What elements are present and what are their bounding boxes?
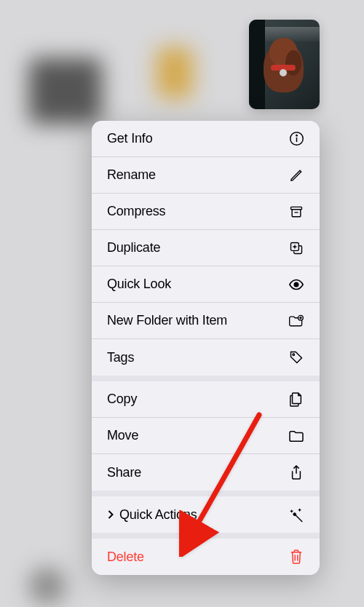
menu-item-label: Compress <box>107 204 165 219</box>
eye-icon <box>288 276 305 293</box>
folder-icon <box>288 427 305 445</box>
menu-item-label: New Folder with Item <box>107 313 227 328</box>
menu-item-duplicate[interactable]: Duplicate <box>92 230 320 266</box>
context-menu: Get Info Rename Compress Duplicate Quick… <box>92 121 320 575</box>
trash-icon <box>288 548 305 566</box>
menu-item-new-folder[interactable]: New Folder with Item <box>92 303 320 339</box>
menu-item-get-info[interactable]: Get Info <box>92 121 320 157</box>
menu-section-file-ops: Copy Move Share <box>92 381 320 496</box>
menu-item-delete[interactable]: Delete <box>92 539 320 575</box>
svg-point-8 <box>294 282 298 287</box>
tag-icon <box>288 349 305 366</box>
menu-item-label: Quick Actions <box>119 507 197 523</box>
info-icon <box>288 130 305 148</box>
svg-point-2 <box>296 135 296 135</box>
svg-point-12 <box>293 354 295 356</box>
menu-section-primary: Get Info Rename Compress Duplicate Quick… <box>92 121 320 381</box>
menu-item-label: Delete <box>107 550 144 565</box>
menu-item-compress[interactable]: Compress <box>92 194 320 230</box>
sparkle-wand-icon <box>288 506 305 523</box>
menu-item-label: Duplicate <box>107 240 160 255</box>
duplicate-icon <box>288 239 305 257</box>
menu-item-move[interactable]: Move <box>92 418 320 454</box>
file-thumbnail[interactable] <box>249 20 320 109</box>
menu-item-quick-look[interactable]: Quick Look <box>92 266 320 303</box>
menu-item-label: Quick Look <box>107 277 171 292</box>
share-icon <box>288 464 305 481</box>
svg-rect-3 <box>291 207 302 209</box>
menu-item-label: Share <box>107 465 141 480</box>
menu-item-label: Rename <box>107 167 156 183</box>
menu-section-quick-actions: Quick Actions <box>92 496 320 539</box>
menu-item-label: Move <box>107 428 138 443</box>
pencil-icon <box>288 167 305 184</box>
copy-doc-icon <box>288 391 305 408</box>
menu-item-label: Copy <box>107 392 137 407</box>
chevron-right-icon <box>107 509 115 520</box>
menu-item-label: Get Info <box>107 131 152 146</box>
archive-icon <box>288 203 305 221</box>
menu-item-share[interactable]: Share <box>92 454 320 491</box>
menu-section-destructive: Delete <box>92 539 320 575</box>
folder-plus-icon <box>288 312 305 330</box>
menu-item-copy[interactable]: Copy <box>92 381 320 418</box>
menu-item-label: Tags <box>107 350 134 365</box>
menu-item-quick-actions[interactable]: Quick Actions <box>92 496 320 533</box>
menu-item-rename[interactable]: Rename <box>92 157 320 194</box>
menu-item-tags[interactable]: Tags <box>92 339 320 376</box>
